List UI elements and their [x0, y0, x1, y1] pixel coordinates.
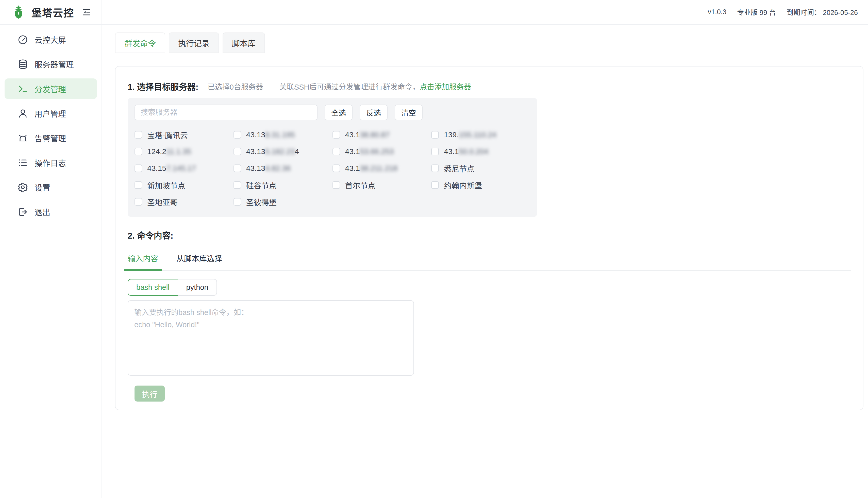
logo-text: 堡塔云控 — [31, 5, 74, 19]
server-checkbox[interactable] — [431, 165, 439, 172]
server-label: 圣彼得堡 — [246, 196, 277, 207]
expiry-date: 2026-05-26 — [823, 9, 858, 16]
server-checkbox[interactable] — [332, 165, 340, 172]
section2-title: 2. 命令内容: — [128, 229, 851, 241]
server-checkbox[interactable] — [134, 181, 142, 189]
server-option[interactable]: 43.153.66.253 — [332, 143, 432, 160]
execute-button[interactable]: 执行 — [134, 385, 165, 402]
server-label: 首尔节点 — [345, 180, 376, 191]
tab-script-library[interactable]: 脚本库 — [223, 32, 265, 53]
server-checkbox[interactable] — [431, 181, 439, 189]
server-option[interactable]: 宝塔-腾讯云 — [134, 127, 234, 143]
server-option[interactable]: 约翰内斯堡 — [431, 177, 530, 193]
selected-count-text: 已选择0台服务器 — [208, 81, 263, 92]
command-source-tabs: 输入内容从脚本库选择 — [128, 252, 851, 271]
server-option[interactable]: 43.138.211.218 — [332, 160, 432, 177]
server-checkbox[interactable] — [234, 165, 241, 172]
tab-mass-command[interactable]: 群发命令 — [115, 32, 165, 53]
list-icon — [17, 157, 28, 168]
server-checkbox[interactable] — [134, 165, 142, 172]
sidebar-item-logout[interactable]: 退出 — [4, 201, 97, 222]
select-all-button[interactable]: 全选 — [325, 105, 353, 120]
main-tabs: 群发命令执行记录脚本库 — [115, 32, 864, 53]
server-label: 圣地亚哥 — [147, 196, 177, 207]
server-option[interactable]: 圣地亚哥 — [134, 193, 234, 210]
blurred-ip-segment: 50.0.204 — [459, 147, 489, 156]
server-option[interactable]: 43.157.145.17 — [134, 160, 234, 177]
sidebar-item-settings[interactable]: 设置 — [4, 177, 97, 197]
server-option[interactable]: 新加坡节点 — [134, 177, 234, 193]
ssh-hint-text: 关联SSH后可通过分发管理进行群发命令， — [279, 81, 420, 92]
logout-icon — [17, 206, 28, 218]
server-option[interactable]: 139.155.110.24 — [431, 127, 530, 143]
server-option[interactable]: 硅谷节点 — [234, 177, 332, 193]
server-checkbox[interactable] — [134, 198, 142, 206]
content-tab-from-library[interactable]: 从脚本库选择 — [176, 252, 222, 270]
logo-shield-icon — [11, 4, 26, 20]
server-checkbox[interactable] — [234, 198, 241, 206]
server-option[interactable]: 43.138.31.195 — [234, 127, 332, 143]
server-option[interactable]: 43.134.82.36 — [234, 160, 332, 177]
server-checkbox[interactable] — [332, 148, 340, 155]
alarm-icon — [17, 132, 28, 144]
server-label: 宝塔-腾讯云 — [147, 129, 188, 140]
version-text: v1.0.3 — [708, 8, 727, 16]
sidebar-item-servers[interactable]: 服务器管理 — [4, 54, 97, 74]
blurred-ip-segment: 4.82.36 — [265, 164, 291, 172]
server-label: 约翰内斯堡 — [444, 180, 482, 191]
server-option[interactable]: 首尔节点 — [332, 177, 432, 193]
server-checkbox[interactable] — [431, 131, 439, 139]
expiry-text: 到期时间： 2026-05-26 — [787, 7, 858, 17]
sidebar-item-logs[interactable]: 操作日志 — [4, 152, 97, 173]
gauge-icon — [17, 34, 28, 45]
section1-title: 1. 选择目标服务器: — [128, 80, 198, 92]
blurred-ip-segment: 155.110.24 — [459, 130, 497, 139]
server-checkbox[interactable] — [134, 131, 142, 139]
server-label: 43.153.66.253 — [345, 147, 394, 156]
server-option[interactable]: 圣彼得堡 — [234, 193, 332, 210]
sidebar-item-users[interactable]: 用户管理 — [4, 103, 97, 123]
server-checkbox[interactable] — [332, 181, 340, 189]
collapse-sidebar-icon[interactable] — [82, 8, 91, 17]
server-checkbox[interactable] — [234, 148, 241, 155]
section1-header: 1. 选择目标服务器: 已选择0台服务器 关联SSH后可通过分发管理进行群发命令… — [128, 80, 851, 92]
server-option[interactable]: 悉尼节点 — [431, 160, 530, 177]
blurred-ip-segment: 8.31.195 — [265, 130, 295, 139]
lang-tab-python[interactable]: python — [178, 279, 217, 296]
server-select-panel: 全选 反选 清空 宝塔-腾讯云 43.138.31.195 43.138.80.… — [128, 98, 537, 217]
server-label: 43.135.182.234 — [246, 147, 299, 156]
command-textarea[interactable] — [128, 300, 414, 376]
server-checkbox[interactable] — [234, 131, 241, 139]
user-icon — [17, 108, 28, 119]
sidebar-item-dashboard[interactable]: 云控大屏 — [4, 29, 97, 50]
server-label: 硅谷节点 — [246, 180, 277, 191]
blurred-ip-segment: 5.182.23 — [265, 147, 295, 156]
blurred-ip-segment: 7.145.17 — [166, 164, 196, 172]
add-server-link[interactable]: 点击添加服务器 — [420, 81, 471, 92]
invert-selection-button[interactable]: 反选 — [360, 105, 387, 120]
server-checkbox[interactable] — [134, 148, 142, 155]
lang-tab-bash[interactable]: bash shell — [128, 279, 178, 296]
server-label: 新加坡节点 — [147, 180, 185, 191]
server-option[interactable]: 124.211.1.35 — [134, 143, 234, 160]
search-server-input[interactable] — [134, 105, 317, 120]
sidebar-item-dispatch[interactable]: 分发管理 — [4, 78, 97, 99]
content-tab-input[interactable]: 输入内容 — [128, 252, 158, 270]
logo: 堡塔云控 — [0, 0, 102, 25]
topbar: v1.0.3 专业版 99 台 到期时间： 2026-05-26 — [102, 0, 868, 25]
sidebar-nav: 云控大屏 服务器管理 分发管理 用户管理 告警管理 操作日志 设置 退出 — [0, 25, 102, 222]
server-checkbox[interactable] — [332, 131, 340, 139]
mass-command-panel: 1. 选择目标服务器: 已选择0台服务器 关联SSH后可通过分发管理进行群发命令… — [115, 66, 864, 410]
server-checkbox[interactable] — [431, 148, 439, 155]
language-toggle: bash shellpython — [128, 279, 217, 296]
tab-exec-records[interactable]: 执行记录 — [169, 32, 219, 53]
server-option[interactable]: 43.150.0.204 — [431, 143, 530, 160]
server-option[interactable]: 43.135.182.234 — [234, 143, 332, 160]
server-option[interactable]: 43.138.80.87 — [332, 127, 432, 143]
sidebar-item-alerts[interactable]: 告警管理 — [4, 128, 97, 148]
server-checkbox[interactable] — [234, 181, 241, 189]
server-label: 悉尼节点 — [444, 163, 474, 174]
server-grid: 宝塔-腾讯云 43.138.31.195 43.138.80.87 139.15… — [134, 127, 530, 210]
clear-selection-button[interactable]: 清空 — [395, 105, 423, 120]
server-label: 43.138.211.218 — [345, 164, 397, 173]
